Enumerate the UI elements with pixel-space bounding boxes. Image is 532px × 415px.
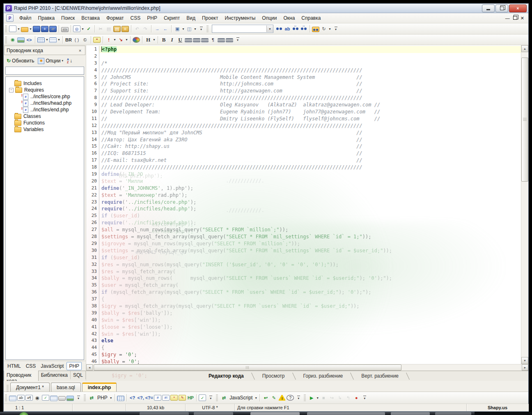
copy-icon[interactable]: ▤	[105, 25, 112, 32]
javascript-menu-chevron[interactable]: ▼	[254, 394, 258, 401]
horizontal-scroll-thumb[interactable]	[94, 364, 401, 371]
menu-item-инструменты[interactable]: Инструменты	[222, 14, 259, 22]
tree-item-requires[interactable]: −Requires	[6, 87, 84, 93]
align-left-icon[interactable]	[185, 38, 192, 43]
panel-tab-библиотека[interactable]: Библиотека	[39, 371, 71, 379]
save-all-icon[interactable]: +	[41, 26, 48, 32]
menu-item-проект[interactable]: Проект	[199, 14, 222, 22]
bold-icon[interactable]: B	[160, 36, 167, 44]
tag-navigator-icon[interactable]: <>	[25, 36, 33, 44]
toolbar-overflow-icon[interactable]: ▾	[207, 394, 214, 401]
step-into-icon[interactable]: ↳	[336, 394, 344, 401]
php-expression-tag-icon[interactable]: <?=	[145, 394, 154, 401]
taskbar-button[interactable]	[250, 412, 300, 415]
menu-item-css[interactable]: CSS	[127, 14, 144, 22]
mdi-restore-icon[interactable]	[513, 16, 517, 21]
checkbox-icon[interactable]: ✓	[42, 395, 49, 401]
javascript-menu[interactable]: JavaScript	[228, 394, 254, 401]
insert-table-icon[interactable]	[37, 37, 45, 43]
taskbar-button[interactable]	[435, 412, 471, 415]
search-combo[interactable]: ▼	[212, 25, 273, 33]
tree-expand-icon[interactable]: −	[9, 88, 14, 92]
menu-item-опции[interactable]: Опции	[259, 14, 280, 22]
toolbar-overflow-icon[interactable]: ▾	[197, 25, 205, 32]
restore-button[interactable]	[495, 5, 508, 12]
javascript-tags-icon[interactable]: ⇄	[220, 394, 227, 401]
insert-image-icon[interactable]	[17, 37, 25, 43]
menu-item-php[interactable]: PHP	[144, 14, 161, 22]
save-file-icon[interactable]	[33, 26, 40, 32]
insert-span-icon[interactable]: ( )	[73, 36, 80, 44]
step-out-icon[interactable]: ↰	[344, 394, 352, 401]
open-file-menu[interactable]: ▼	[29, 25, 32, 32]
vertical-scroll-thumb[interactable]	[521, 58, 528, 182]
ordered-list-icon[interactable]	[226, 38, 233, 43]
toolbar-overflow-icon[interactable]: ▾	[295, 394, 302, 401]
options-button[interactable]: ✱ Опции ▾	[37, 57, 64, 65]
start-button[interactable]	[19, 412, 29, 415]
view-tab-1[interactable]: Редактор кода	[204, 372, 248, 380]
replace-icon[interactable]: ab	[284, 25, 291, 32]
tree-item--incfiles-core-php[interactable]: #../incfiles/core.php	[6, 93, 84, 100]
textarea-icon[interactable]: a¶	[25, 395, 33, 401]
insert-link-icon[interactable]: ◉	[9, 36, 16, 44]
lang-tab-html[interactable]: HTML	[5, 362, 23, 370]
record-icon[interactable]: ●	[353, 394, 360, 401]
view-tab-4[interactable]: Верт. разбиение	[357, 372, 403, 380]
find-previous-icon[interactable]: ←	[292, 25, 299, 32]
edit-script-icon[interactable]: ✎	[270, 394, 277, 401]
sort-button[interactable]: AZ ↓	[66, 57, 73, 65]
find-in-files-icon[interactable]	[312, 27, 319, 32]
redo-icon[interactable]: ↷	[142, 25, 149, 32]
toolbar-overflow-icon[interactable]: ▾	[234, 36, 241, 44]
record-macro-icon[interactable]: ↻	[320, 25, 328, 32]
code-editor[interactable]: 1<?php23/*4/////////////////////////////…	[86, 45, 521, 364]
align-center-icon[interactable]	[193, 38, 200, 43]
menu-item-справка[interactable]: Справка	[298, 14, 324, 22]
tree-item-includes[interactable]: Includes	[6, 80, 84, 87]
menu-item-окна[interactable]: Окна	[280, 14, 298, 22]
menu-item-поиск[interactable]: Поиск	[58, 14, 78, 22]
include-once-icon[interactable]: #!	[162, 395, 170, 401]
insert-comment-icon[interactable]: ❝	[93, 37, 101, 43]
document-tab-3[interactable]: index.php	[82, 383, 117, 392]
toolbar-overflow-icon[interactable]: ▾	[361, 394, 368, 401]
underline-icon[interactable]: U	[177, 36, 184, 44]
insert-copyright-icon[interactable]: ©	[81, 36, 89, 44]
cut-icon[interactable]: ✂	[97, 25, 104, 32]
revert-icon[interactable]: ↩	[262, 394, 269, 401]
taskbar-button[interactable]	[391, 412, 430, 415]
document-tab-1[interactable]: Документ1 *	[10, 383, 50, 392]
menu-item-скрипт[interactable]: Скрипт	[161, 14, 183, 22]
step-over-icon[interactable]: ↪	[328, 394, 335, 401]
document-tab-2[interactable]: base.sql	[51, 383, 81, 392]
lang-tab-javascript[interactable]: JavaScript	[39, 362, 66, 370]
browser-preview-icon[interactable]: ◎	[73, 25, 80, 32]
insert-important-icon[interactable]: !	[105, 36, 112, 44]
close-button[interactable]: ×	[509, 5, 527, 12]
php-print-tag-icon[interactable]: <?,	[137, 394, 144, 401]
insert-br-icon[interactable]: BR	[65, 36, 72, 44]
html-to-php-icon[interactable]: HP	[187, 394, 194, 401]
undo-icon[interactable]: ↶	[133, 25, 141, 32]
menu-item-правка[interactable]: Правка	[35, 14, 58, 22]
tree-item--incfiles-end-php[interactable]: #../incfiles/end.php	[6, 106, 84, 113]
scroll-up-icon[interactable]: ▲	[521, 45, 528, 52]
mdi-close-icon[interactable]: ✕	[521, 16, 524, 21]
view-tab-2[interactable]: Просмотр	[258, 372, 289, 380]
chevron-down-icon[interactable]: ▼	[266, 25, 273, 32]
code-cleanup-menu[interactable]: ▼	[125, 36, 128, 44]
paste-special-icon[interactable]: ≡	[122, 26, 129, 32]
run-menu[interactable]: ▼	[316, 394, 319, 401]
spell-check-icon[interactable]: ✓	[85, 25, 92, 32]
window-cascade-menu[interactable]: ▼	[181, 25, 185, 32]
push-button-icon[interactable]	[58, 396, 66, 401]
new-document-menu[interactable]: ▼	[17, 25, 21, 32]
help-icon[interactable]: ?	[287, 395, 294, 401]
scroll-left-icon[interactable]: ◄	[86, 364, 93, 371]
vertical-scrollbar[interactable]: ▲ ▼	[521, 45, 528, 364]
menu-item-формат[interactable]: Формат	[103, 14, 127, 22]
taskbar-button[interactable]	[140, 412, 189, 415]
snippet-edit-icon[interactable]: ✎	[179, 395, 186, 401]
record-macro-menu[interactable]: ▼	[328, 25, 332, 32]
